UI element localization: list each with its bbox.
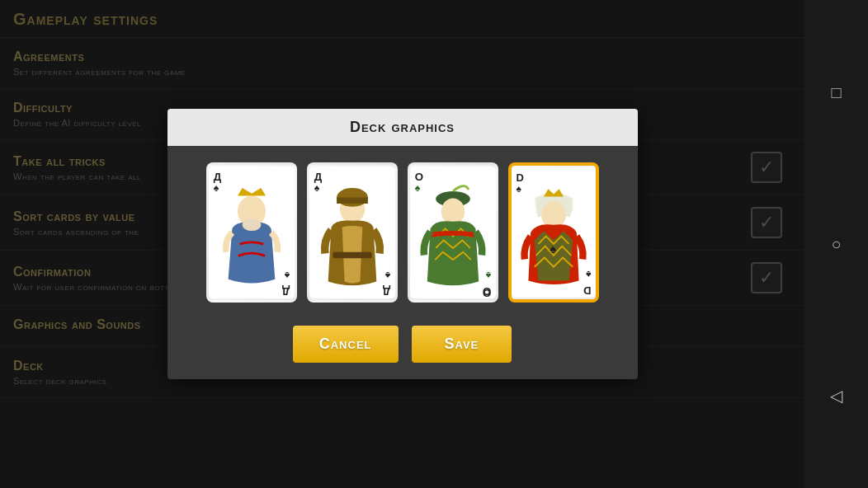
svg-text:♠: ♠ — [516, 183, 521, 195]
svg-text:♠: ♠ — [485, 270, 491, 281]
svg-text:Д: Д — [314, 171, 322, 183]
svg-text:О: О — [483, 285, 491, 298]
svg-text:♠: ♠ — [314, 182, 319, 194]
svg-rect-13 — [337, 197, 368, 204]
svg-text:О: О — [414, 171, 422, 183]
svg-text:♠: ♠ — [550, 242, 556, 256]
svg-point-5 — [242, 218, 261, 231]
svg-text:♠: ♠ — [284, 270, 290, 281]
svg-rect-14 — [333, 252, 371, 259]
svg-text:D: D — [516, 171, 523, 184]
sidebar-back-button[interactable]: ◁ — [818, 378, 855, 414]
svg-text:D: D — [583, 284, 591, 297]
save-button[interactable]: Save — [412, 326, 512, 363]
modal-header: Deck graphics — [167, 109, 638, 146]
svg-text:♠: ♠ — [384, 270, 390, 281]
modal-title: Deck graphics — [181, 119, 625, 136]
card-option-1[interactable]: Д ♠ Д — [206, 162, 297, 303]
svg-text:♠: ♠ — [414, 182, 420, 194]
card-option-3[interactable]: О ♠ — [408, 162, 498, 303]
card-option-4[interactable]: D ♠ — [508, 162, 599, 303]
svg-text:Д: Д — [281, 285, 290, 298]
sidebar-square-button[interactable]: □ — [818, 74, 855, 110]
svg-text:Д: Д — [213, 171, 221, 183]
modal-footer: Cancel Save — [167, 316, 638, 379]
modal-overlay: Deck graphics Д ♠ — [0, 0, 804, 488]
svg-text:♠: ♠ — [213, 182, 219, 194]
svg-text:Д: Д — [382, 285, 390, 298]
modal-body: Д ♠ Д — [167, 146, 638, 316]
sidebar-circle-button[interactable]: ○ — [818, 226, 855, 262]
cancel-button[interactable]: Cancel — [293, 326, 399, 363]
deck-graphics-dialog: Deck graphics Д ♠ — [167, 109, 638, 379]
card-option-2[interactable]: Д ♠ Д — [307, 162, 398, 303]
svg-point-21 — [441, 198, 464, 224]
svg-text:♠: ♠ — [585, 269, 591, 280]
right-sidebar: □ ○ ◁ — [804, 0, 868, 488]
